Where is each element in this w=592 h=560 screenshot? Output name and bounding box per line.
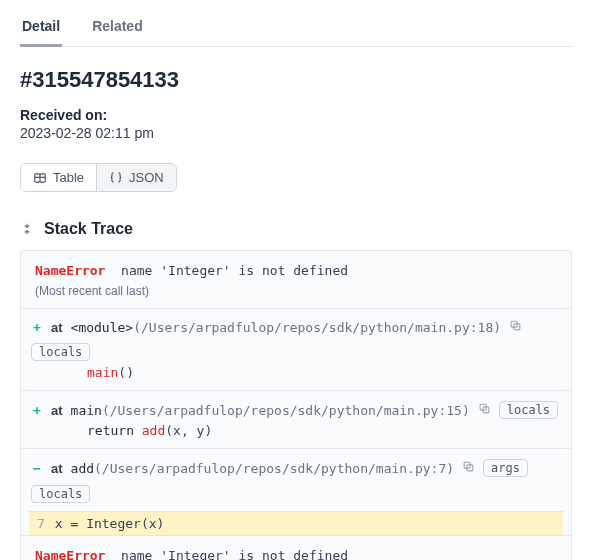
expand-toggle[interactable]: + bbox=[31, 320, 43, 335]
table-view-label: Table bbox=[53, 170, 84, 185]
tab-related[interactable]: Related bbox=[90, 12, 145, 46]
stack-frame: + at main(/Users/arpadfulop/repos/sdk/py… bbox=[21, 390, 571, 448]
view-toggle: Table JSON bbox=[20, 163, 177, 192]
copy-icon[interactable] bbox=[462, 460, 475, 476]
stack-frame: − at add(/Users/arpadfulop/repos/sdk/pyt… bbox=[21, 448, 571, 535]
braces-icon bbox=[109, 171, 123, 185]
json-view-label: JSON bbox=[129, 170, 164, 185]
error-footer: NameError name 'Integer' is not defined bbox=[21, 535, 571, 560]
frame-location: <module>(/Users/arpadfulop/repos/sdk/pyt… bbox=[71, 320, 501, 335]
table-icon bbox=[33, 171, 47, 185]
copy-icon[interactable] bbox=[509, 319, 522, 335]
highlighted-code-line: 7 x = Integer(x) bbox=[29, 511, 563, 535]
frame-location: add(/Users/arpadfulop/repos/sdk/python/m… bbox=[71, 461, 455, 476]
stack-trace: NameError name 'Integer' is not defined … bbox=[20, 250, 572, 560]
error-header: NameError name 'Integer' is not defined bbox=[21, 251, 571, 284]
at-label: at bbox=[51, 403, 63, 418]
at-label: at bbox=[51, 320, 63, 335]
expand-toggle[interactable]: + bbox=[31, 403, 43, 418]
error-message: name 'Integer' is not defined bbox=[121, 263, 348, 278]
highlighted-code: x = Integer(x) bbox=[55, 516, 165, 531]
locals-button[interactable]: locals bbox=[31, 343, 90, 361]
section-title: Stack Trace bbox=[44, 220, 133, 238]
frame-location: main(/Users/arpadfulop/repos/sdk/python/… bbox=[71, 403, 470, 418]
locals-button[interactable]: locals bbox=[499, 401, 558, 419]
error-name: NameError bbox=[35, 263, 105, 278]
tab-detail[interactable]: Detail bbox=[20, 12, 62, 47]
table-view-button[interactable]: Table bbox=[21, 164, 96, 191]
record-id: #315547854133 bbox=[20, 67, 572, 93]
at-label: at bbox=[51, 461, 63, 476]
frame-code: return add(x, y) bbox=[29, 419, 563, 438]
args-button[interactable]: args bbox=[483, 459, 528, 477]
most-recent-label: (Most recent call last) bbox=[21, 284, 571, 308]
error-name: NameError bbox=[35, 548, 105, 560]
frame-code: main() bbox=[29, 361, 563, 380]
copy-icon[interactable] bbox=[478, 402, 491, 418]
line-number: 7 bbox=[37, 516, 45, 531]
json-view-button[interactable]: JSON bbox=[96, 164, 176, 191]
error-message: name 'Integer' is not defined bbox=[121, 548, 348, 560]
collapse-vertical-icon[interactable] bbox=[20, 222, 34, 236]
tabs: Detail Related bbox=[20, 0, 572, 47]
received-label: Received on: bbox=[20, 107, 572, 123]
stack-frame: + at <module>(/Users/arpadfulop/repos/sd… bbox=[21, 308, 571, 390]
locals-button[interactable]: locals bbox=[31, 485, 90, 503]
section-header: Stack Trace bbox=[20, 220, 572, 238]
received-value: 2023-02-28 02:11 pm bbox=[20, 125, 572, 141]
expand-toggle[interactable]: − bbox=[31, 461, 43, 476]
